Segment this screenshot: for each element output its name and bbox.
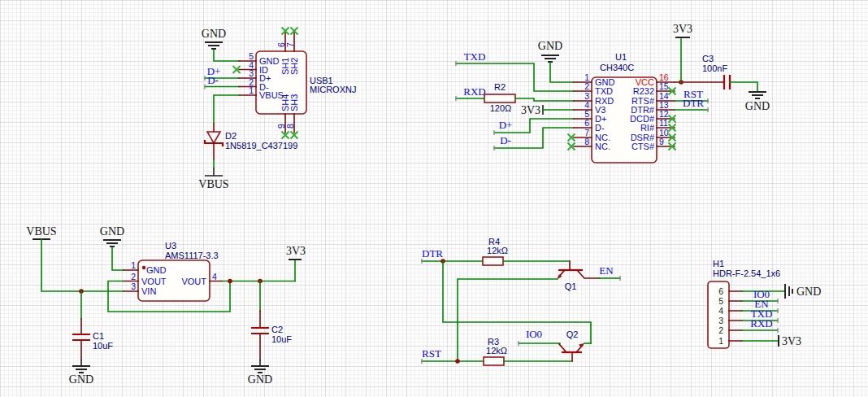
pin-number: 2 xyxy=(131,272,136,281)
gnd-flag-label[interactable]: GND xyxy=(100,225,124,238)
transistor-q2[interactable]: Q2 xyxy=(559,329,584,361)
vbus-flag-label[interactable]: VBUS xyxy=(26,225,56,238)
gnd-flag-label[interactable]: GND xyxy=(202,28,226,40)
gnd-power-flag[interactable]: GND xyxy=(785,284,821,299)
vbus-power-flag[interactable]: VBUS xyxy=(26,225,56,239)
gnd-flag-label[interactable]: GND xyxy=(745,100,770,112)
gnd-power-flag[interactable]: GND xyxy=(100,225,124,246)
3v3-net-stub[interactable]: 3V3 xyxy=(521,104,543,116)
gnd-power-flag[interactable]: GND xyxy=(202,28,226,49)
q2-emitter xyxy=(559,344,566,351)
capacitor-c3[interactable]: C3 100nF xyxy=(702,54,730,89)
wire-gnd-usb[interactable] xyxy=(214,50,239,61)
resistor-body[interactable] xyxy=(483,257,503,265)
component-ref[interactable]: R2 xyxy=(494,82,506,92)
u3-regulator[interactable]: 1 2 3 GND VOUT VIN 4 VOUT U3 AMS1117-3.3 xyxy=(124,241,222,301)
pin-name: SH2 xyxy=(289,58,299,75)
transistor-arrow-icon xyxy=(579,343,584,348)
vbus-power-flag[interactable]: VBUS xyxy=(198,168,228,190)
component-part[interactable]: AMS1117-3.3 xyxy=(165,251,219,260)
wire-gnd-u1[interactable] xyxy=(550,63,574,82)
capacitor-c2[interactable]: C2 10uF xyxy=(251,311,292,360)
component-ref[interactable]: C3 xyxy=(702,54,714,63)
pin-number: 9 xyxy=(659,137,664,146)
net-label-en[interactable]: EN xyxy=(599,264,614,277)
net-label-rxd[interactable]: RXD xyxy=(750,317,772,329)
gnd-power-flag[interactable]: GND xyxy=(745,92,770,112)
3v3-power-flag[interactable]: 3V3 xyxy=(673,23,692,82)
net-label-rxd[interactable]: RXD xyxy=(463,85,485,98)
gnd-power-flag[interactable]: GND xyxy=(69,360,93,386)
ground-symbol-icon xyxy=(72,366,90,373)
h1-header[interactable]: H1 HDR-F-2.54_1x6 6 5 4 3 2 1 xyxy=(708,259,780,348)
vbus-flag-label[interactable]: VBUS xyxy=(198,178,228,190)
component-ref[interactable]: U3 xyxy=(165,241,176,251)
power-flag-bar-icon xyxy=(205,168,223,176)
component-ref[interactable]: D2 xyxy=(225,131,237,141)
gnd-flag-label[interactable]: GND xyxy=(248,373,272,386)
3v3-net-stub[interactable]: 3V3 xyxy=(779,335,801,347)
q1-collector xyxy=(578,271,599,278)
component-ref[interactable]: H1 xyxy=(713,259,724,268)
u3-section: VBUS GND 1 2 3 GND VOUT VIN 4 VOUT U3 AM… xyxy=(26,225,306,386)
pin-number: 6 xyxy=(584,118,589,128)
pin-number: 1 xyxy=(131,260,136,270)
component-ref[interactable]: Q1 xyxy=(565,281,577,291)
net-label-dtr[interactable]: DTR xyxy=(422,247,443,260)
v3-flag-label[interactable]: 3V3 xyxy=(521,104,540,116)
pin-number: 4 xyxy=(718,306,723,316)
u1-chip[interactable]: 1 2 3 4 5 6 7 8 GND TXD RXD V3 D+ D- NC.… xyxy=(574,52,675,163)
3v3-power-flag[interactable]: 3V3 xyxy=(286,245,306,281)
pin-name: VOUT xyxy=(181,277,206,286)
gnd-flag-label[interactable]: GND xyxy=(538,40,562,52)
gnd-power-flag[interactable]: GND xyxy=(538,40,562,62)
capacitor-icon xyxy=(251,328,269,334)
rail-3v3-label[interactable]: 3V3 xyxy=(286,245,306,257)
component-ref[interactable]: Q2 xyxy=(566,329,579,339)
rail-3v3-label[interactable]: 3V3 xyxy=(782,335,801,347)
component-ref[interactable]: C2 xyxy=(271,325,283,334)
net-label-io0[interactable]: IO0 xyxy=(526,328,542,340)
usb1-connector[interactable]: 5 4 3 2 1 GND ID D+ D- VBUS 6 7 SH1 SH2 … xyxy=(239,33,356,133)
resistor-body[interactable] xyxy=(484,94,515,103)
component-ref[interactable]: U1 xyxy=(615,52,627,62)
component-value[interactable]: 100nF xyxy=(702,63,727,73)
resistor-body[interactable] xyxy=(484,357,504,365)
transistor-q1[interactable]: Q1 xyxy=(558,261,599,291)
pin-number: 7 xyxy=(285,42,295,47)
net-label-dtr[interactable]: DTR xyxy=(683,97,704,109)
gnd-flag-label[interactable]: GND xyxy=(69,373,93,386)
wire-q1-emitter-to-rst[interactable] xyxy=(458,279,558,361)
net-label-txd[interactable]: TXD xyxy=(464,50,486,63)
pin-name: SH3 xyxy=(289,94,299,111)
component-part[interactable]: 1N5819_C437199 xyxy=(225,141,297,151)
wire-gnd-u3[interactable] xyxy=(112,247,124,270)
wire-vbus-usb[interactable] xyxy=(214,95,239,124)
h1-section: H1 HDR-F-2.54_1x6 6 5 4 3 2 1 GND IO0 EN… xyxy=(708,259,821,348)
component-value[interactable]: 10uF xyxy=(93,341,113,351)
h1-pin-stubs xyxy=(729,291,742,341)
resistor-r2[interactable]: R2 120Ω xyxy=(484,82,515,113)
gnd-power-flag[interactable]: GND xyxy=(248,360,272,386)
rail-3v3-label[interactable]: 3V3 xyxy=(673,23,692,35)
wire-c3-gnd[interactable] xyxy=(730,82,757,92)
schematic-sheet: GND D+ D- 5 4 3 2 1 GND ID D+ D- VBUS 6 … xyxy=(0,0,868,397)
gnd-flag-label[interactable]: GND xyxy=(796,286,821,298)
wire-rxd-to-pin3[interactable] xyxy=(515,98,574,101)
net-label-dplus[interactable]: D+ xyxy=(499,119,513,131)
component-part[interactable]: MICROXNJ xyxy=(310,85,356,94)
ground-symbol-icon xyxy=(205,42,223,49)
component-value[interactable]: 12kΩ xyxy=(487,246,508,255)
component-value[interactable]: 12kΩ xyxy=(486,346,507,356)
component-part[interactable]: CH340C xyxy=(600,63,634,72)
component-value[interactable]: 10uF xyxy=(271,334,292,344)
component-ref[interactable]: C1 xyxy=(93,331,104,341)
net-label-rst[interactable]: RST xyxy=(422,347,441,360)
component-value[interactable]: 120Ω xyxy=(490,103,512,113)
component-part[interactable]: HDR-F-2.54_1x6 xyxy=(713,268,780,278)
pin-name: VOUT xyxy=(141,277,167,286)
pin-number: 15 xyxy=(659,81,669,91)
net-label-dminus[interactable]: D- xyxy=(500,134,511,146)
capacitor-c1[interactable]: C1 10uF xyxy=(72,319,113,360)
net-label-dminus[interactable]: D- xyxy=(207,74,219,86)
